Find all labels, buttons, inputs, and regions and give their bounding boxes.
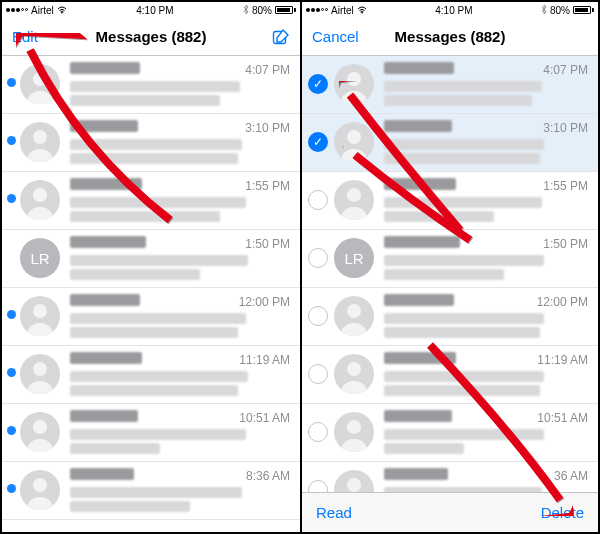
sender-name [70,294,140,306]
time-label: 3:10 PM [543,121,588,135]
message-row[interactable]: 8:36 AM [2,462,300,520]
sender-name [384,120,452,132]
time-label: 12:00 PM [239,295,290,309]
avatar [20,470,60,510]
frame: Airtel 4:10 PM 80% Edit Messages (882) 4… [0,0,600,534]
avatar [334,470,374,492]
carrier-label: Airtel [31,5,54,16]
sender-name [384,62,454,74]
sender-name [384,294,454,306]
message-list[interactable]: 4:07 PM3:10 PM1:55 PMLR1:50 PM12:00 PM11… [2,56,300,532]
preview-line [70,269,200,280]
avatar [334,180,374,220]
delete-button[interactable]: Delete [541,504,584,521]
message-row[interactable]: ✓4:07 PM [302,56,598,114]
unread-dot-icon [7,484,16,493]
message-row[interactable]: LR1:50 PM [2,230,300,288]
read-button[interactable]: Read [316,504,352,521]
message-row[interactable]: LR1:50 PM [302,230,598,288]
avatar: LR [334,238,374,278]
message-row[interactable]: 12:00 PM [302,288,598,346]
preview-line [384,95,532,106]
compose-icon[interactable] [272,28,290,46]
pane-list-view: Airtel 4:10 PM 80% Edit Messages (882) 4… [2,2,300,532]
nav-bar: Cancel Messages (882) [302,18,598,56]
time-label: 3:10 PM [245,121,290,135]
time-label: 4:07 PM [245,63,290,77]
clock-label: 4:10 PM [136,5,173,16]
unread-dot-icon [7,194,16,203]
message-row[interactable]: ✓3:10 PM [302,114,598,172]
avatar [334,64,374,104]
message-row[interactable]: 10:51 AM [302,404,598,462]
message-row[interactable]: 11:19 AM [2,346,300,404]
preview-line [384,255,544,266]
message-row[interactable]: 1:55 PM [302,172,598,230]
message-row[interactable]: 4:07 PM [2,56,300,114]
signal-icon [6,8,28,12]
preview-line [70,443,160,454]
checkbox-unchecked[interactable] [308,364,328,384]
preview-line [70,501,190,512]
preview-line [384,153,540,164]
clock-label: 4:10 PM [435,5,472,16]
time-label: 4:07 PM [543,63,588,77]
nav-bar: Edit Messages (882) [2,18,300,56]
carrier-label: Airtel [331,5,354,16]
preview-line [70,255,248,266]
preview-line [70,371,248,382]
checkbox-unchecked[interactable] [308,422,328,442]
avatar [20,296,60,336]
battery-icon [573,6,594,14]
preview-line [384,211,494,222]
status-bar: Airtel 4:10 PM 80% [2,2,300,18]
preview-line [70,313,246,324]
avatar: LR [20,238,60,278]
sender-name [70,236,146,248]
time-label: 1:55 PM [543,179,588,193]
avatar [334,354,374,394]
checkbox-unchecked[interactable] [308,190,328,210]
sender-name [384,178,456,190]
checkmark-icon[interactable]: ✓ [308,74,328,94]
signal-icon [306,8,328,12]
time-label: 10:51 AM [537,411,588,425]
preview-line [384,429,544,440]
preview-line [70,211,220,222]
preview-line [70,95,220,106]
sender-name [70,62,140,74]
pane-edit-view: Airtel 4:10 PM 80% Cancel Messages (882)… [300,2,598,532]
preview-line [384,313,544,324]
checkbox-unchecked[interactable] [308,248,328,268]
message-row[interactable]: 10:51 AM [2,404,300,462]
message-row[interactable]: 36 AM [302,462,598,492]
message-row[interactable]: 3:10 PM [2,114,300,172]
battery-pct: 80% [550,5,570,16]
cancel-button[interactable]: Cancel [312,28,359,45]
checkbox-unchecked[interactable] [308,480,328,492]
avatar [20,354,60,394]
message-list[interactable]: ✓4:07 PM✓3:10 PM1:55 PMLR1:50 PM12:00 PM… [302,56,598,492]
preview-line [70,81,240,92]
checkmark-icon[interactable]: ✓ [308,132,328,152]
preview-line [384,139,544,150]
message-row[interactable]: 12:00 PM [2,288,300,346]
preview-line [384,443,464,454]
preview-line [70,197,246,208]
sender-name [384,236,460,248]
checkbox-unchecked[interactable] [308,306,328,326]
time-label: 36 AM [554,469,588,483]
time-label: 11:19 AM [537,353,588,367]
preview-line [384,197,542,208]
preview-line [70,327,238,338]
avatar [20,64,60,104]
avatar [20,412,60,452]
bluetooth-icon [243,5,249,16]
preview-line [70,487,242,498]
message-row[interactable]: 11:19 AM [302,346,598,404]
preview-line [70,153,238,164]
unread-dot-icon [7,310,16,319]
message-row[interactable]: 1:55 PM [2,172,300,230]
preview-line [384,81,542,92]
edit-button[interactable]: Edit [12,28,38,45]
